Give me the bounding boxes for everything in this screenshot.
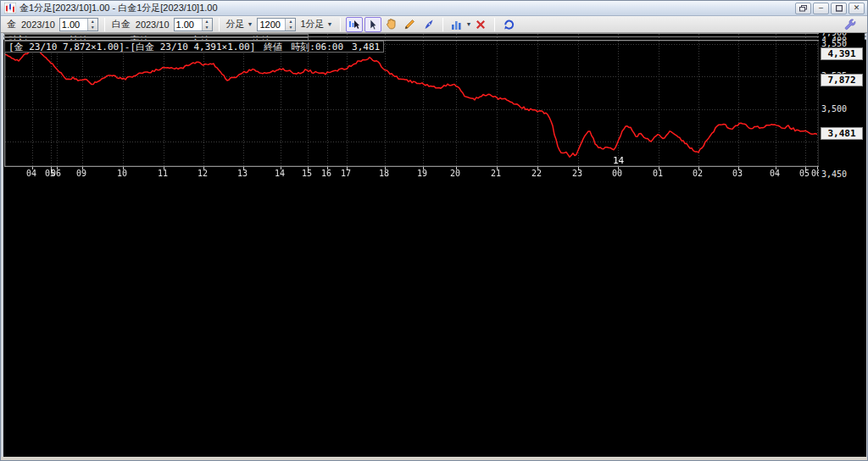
chevron-down-icon: ▼: [327, 21, 333, 27]
bar-type-dropdown[interactable]: 分足 ▼: [226, 18, 253, 31]
float-window-button[interactable]: [795, 3, 811, 14]
time-tick-label: 13: [237, 169, 248, 178]
chart-cursor-tool-button[interactable]: [346, 17, 363, 32]
gold-ratio-spin-arrows[interactable]: ▲▼: [87, 19, 97, 31]
window-bottom-edge: [1, 457, 867, 460]
pen-nib-icon: [422, 18, 435, 31]
spread-price-axis: 3,481 3,5503,5253,5003,450: [819, 40, 865, 180]
toolbar-separator: [442, 18, 443, 31]
time-tick-label: 14: [275, 169, 285, 178]
minimize-button[interactable]: –: [813, 3, 829, 14]
spread-value: 3,481: [352, 42, 380, 53]
maximize-button[interactable]: [831, 3, 847, 14]
platinum-ratio-input[interactable]: [175, 19, 202, 31]
refresh-icon: [503, 18, 515, 31]
time-tick-label: 22: [531, 169, 542, 178]
pan-tool-button[interactable]: [383, 17, 400, 32]
price-tick-label: 3,450: [821, 169, 847, 179]
platinum-contract-month: 2023/10: [136, 19, 170, 30]
time-tick-label: 15: [302, 169, 312, 178]
time-tick-label: 06: [51, 169, 61, 178]
platinum-last-price-label: 4,391: [821, 47, 863, 60]
toolbar-separator: [340, 18, 341, 31]
gold-ratio-spinner[interactable]: ▲▼: [59, 18, 98, 31]
chevron-down-icon: ▼: [248, 21, 253, 27]
spread-time-axis: 0405060910111213141516171819202122230001…: [4, 167, 820, 180]
toolbar: 金 2023/10 ▲▼ 白金 2023/10 ▲▼ 分足 ▼ ▲▼ 1分足 ▼: [1, 16, 867, 33]
chart-body: 時刻:06:00 始値:7,872 高値:7,872 安値:7,872 終値:7…: [3, 33, 866, 457]
pen-tool-button[interactable]: [420, 17, 437, 32]
maximize-icon: [836, 5, 843, 12]
red-x-icon: [475, 19, 487, 31]
chart-type-button[interactable]: [448, 17, 465, 32]
bar-count-input[interactable]: [258, 19, 285, 31]
time-tick-label: 02: [693, 169, 703, 178]
time-tick-label: 04: [770, 169, 780, 178]
time-readout: 時刻:06:00: [291, 41, 343, 53]
time-tick-label: 05: [799, 169, 810, 178]
gold-contract-month: 2023/10: [21, 19, 55, 30]
settings-wrench-icon[interactable]: [843, 18, 857, 31]
chart-cursor-icon: [348, 19, 360, 31]
time-tick-label: 19: [417, 169, 427, 178]
toolbar-separator: [494, 18, 495, 31]
chart-region: 時刻:06:00 始値:7,872 高値:7,872 安値:7,872 終値:7…: [1, 33, 867, 457]
time-tick-label: 03: [732, 169, 743, 178]
spread-close-label: 終値: [264, 41, 282, 53]
spread-formula: [金 23/10 7,872×1.00]-[白金 23/10 4,391×1.0…: [8, 41, 255, 53]
platinum-ratio-spinner[interactable]: ▲▼: [174, 18, 213, 31]
time-tick-label: 01: [653, 169, 663, 178]
interval-dropdown[interactable]: 1分足 ▼: [300, 18, 332, 31]
spread-last-price-label: 3,481: [821, 127, 863, 140]
time-tick-label: 04: [26, 169, 36, 178]
bar-chart-icon: [451, 19, 463, 31]
time-tick-label: 21: [491, 169, 501, 178]
toolbar-separator: [104, 18, 105, 31]
bar-count-spinner[interactable]: ▲▼: [257, 18, 296, 31]
time-tick-label: 00: [612, 169, 622, 178]
hand-icon: [385, 18, 398, 31]
select-tool-button[interactable]: [364, 17, 381, 32]
float-window-icon: [799, 5, 807, 12]
close-button[interactable]: ✕: [849, 3, 865, 14]
titlebar[interactable]: 金1分足[2023/10]1.00 - 白金1分足[2023/10]1.00 –…: [1, 1, 867, 16]
time-tick-label: 18: [379, 169, 389, 178]
time-tick-label: 10: [117, 169, 127, 178]
date-label: 14: [613, 155, 624, 166]
gold-last-price-label: 7,872: [821, 74, 863, 86]
arrow-cursor-icon: [367, 19, 379, 31]
time-tick-label: 09: [76, 169, 86, 178]
time-tick-label: 20: [450, 169, 460, 178]
time-tick-label: 23: [572, 169, 582, 178]
toolbar-separator: [219, 18, 220, 31]
pencil-tool-button[interactable]: [402, 17, 419, 32]
spread-plot-area[interactable]: [金 23/10 7,872×1.00]-[白金 23/10 4,391×1.0…: [4, 40, 820, 167]
price-tick-label: 3,500: [821, 104, 847, 114]
platinum-symbol-label: 白金: [112, 18, 131, 31]
chart-app-window: 金1分足[2023/10]1.00 - 白金1分足[2023/10]1.00 –…: [0, 0, 868, 461]
chart-type-chevron-icon[interactable]: ▼: [466, 21, 472, 27]
platinum-ratio-spin-arrows[interactable]: ▲▼: [202, 19, 212, 31]
spread-formula-readout: [金 23/10 7,872×1.00]-[白金 23/10 4,391×1.0…: [4, 41, 384, 53]
window-title: 金1分足[2023/10]1.00 - 白金1分足[2023/10]1.00: [19, 2, 218, 14]
refresh-button[interactable]: [500, 17, 517, 32]
app-icon: [4, 3, 16, 14]
pencil-icon: [403, 18, 416, 31]
time-tick-label: 12: [198, 169, 208, 178]
gold-symbol-label: 金: [7, 18, 16, 31]
spread-line-canvas[interactable]: [4, 40, 820, 167]
time-tick-label: 11: [158, 169, 168, 178]
gold-ratio-input[interactable]: [60, 19, 87, 31]
bar-count-spin-arrows[interactable]: ▲▼: [285, 19, 295, 31]
time-tick-label: 16: [321, 169, 331, 178]
time-tick-label: 17: [341, 169, 351, 178]
delete-drawings-button[interactable]: [472, 17, 489, 32]
